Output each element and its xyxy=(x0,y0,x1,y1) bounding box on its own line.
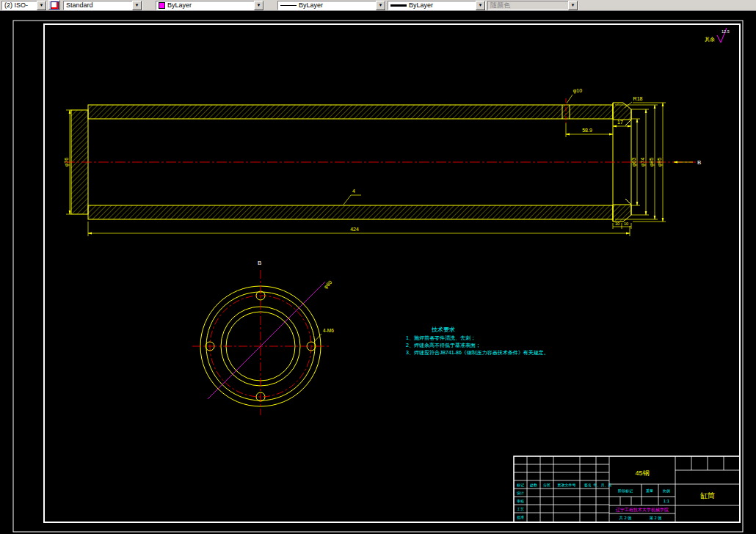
lineweight-value: ByLayer xyxy=(407,1,476,10)
title-block-texts: 45钢 缸筒 标记 处数 分区 更改文件号 签名 年、月、日 设计 审核 工艺 … xyxy=(516,469,715,521)
bolt-circle-dimension-line xyxy=(208,282,325,399)
plot-style-combo: 随颜色 ▼ xyxy=(487,1,578,10)
dim-74: φ74 xyxy=(640,158,646,167)
linetype-combo[interactable]: ByLayer ▼ xyxy=(277,1,386,10)
tech-req-title: 技术要求 xyxy=(431,326,455,333)
surface-note-label: 其余 xyxy=(705,37,715,43)
scale-label: 比例 xyxy=(663,489,670,494)
surface-roughness-note: 其余 12.5 xyxy=(705,28,730,43)
weight-label: 重量 xyxy=(646,489,653,493)
linetype-icon xyxy=(280,5,297,6)
plot-style-value: 随颜色 xyxy=(488,1,568,10)
dim-bore: φ63 xyxy=(631,158,637,167)
tech-req-line: 3、焊缝应符合JB741-86《钢制压力容器技术条件》有关规定。 xyxy=(406,349,549,356)
chevron-down-icon[interactable]: ▼ xyxy=(376,1,385,10)
rev-col-header: 标记 xyxy=(516,483,524,488)
dim-bolt-circle: φ80 xyxy=(323,279,333,290)
rev-col-header: 签名 xyxy=(584,483,592,488)
dim-hole: φ10 xyxy=(573,88,582,94)
view-label: B xyxy=(258,260,261,266)
cad-window: (2) ISO- ▼ Standard ▼ ByLayer ▼ ByLayer … xyxy=(0,0,756,534)
dim-bolt-holes: 4-M6 xyxy=(323,328,334,333)
style-preview-icon xyxy=(51,1,59,10)
drawing-canvas[interactable]: 其余 12.5 xyxy=(0,0,756,534)
roughness-value: 12.5 xyxy=(722,29,730,34)
rev-col-header: 处数 xyxy=(530,483,537,488)
lineweight-icon xyxy=(390,4,407,7)
text-style-value: Standard xyxy=(64,1,132,10)
company-name: 辽宁工程技术大学机械学院 xyxy=(616,507,669,513)
section-label: B xyxy=(697,159,701,166)
dim-flange-offset: 58.9 xyxy=(582,128,592,133)
linetype-value: ByLayer xyxy=(297,1,376,10)
tech-req-line: 2、焊缝余高不得低于基准表面； xyxy=(406,343,481,348)
tech-req-line: 1、施焊前各零件清洗、去刺； xyxy=(406,335,476,341)
dim-95: φ95 xyxy=(657,158,663,167)
color-combo[interactable]: ByLayer ▼ xyxy=(156,1,264,10)
chevron-down-icon[interactable]: ▼ xyxy=(37,1,46,10)
top-toolbar: (2) ISO- ▼ Standard ▼ ByLayer ▼ ByLayer … xyxy=(0,0,756,11)
scale-value: 1:1 xyxy=(664,499,670,503)
dim-flange-width: 17 xyxy=(617,120,623,125)
text-style-combo[interactable]: Standard ▼ xyxy=(63,1,142,10)
rev-col-header: 分区 xyxy=(543,483,550,487)
sign-row-label: 批准 xyxy=(517,515,524,520)
rev-col-header: 年、月、日 xyxy=(594,483,612,488)
dim-left-dia: φ76 xyxy=(64,158,70,167)
lineweight-combo[interactable]: ByLayer ▼ xyxy=(388,1,486,10)
material-label: 45钢 xyxy=(635,469,649,477)
chevron-down-icon[interactable]: ▼ xyxy=(132,1,142,10)
sign-row-label: 审核 xyxy=(517,499,524,503)
chevron-down-icon: ▼ xyxy=(568,1,578,10)
color-swatch-icon xyxy=(159,2,165,9)
chevron-down-icon[interactable]: ▼ xyxy=(476,1,485,10)
dim-style-button[interactable] xyxy=(48,0,60,10)
dim-85: φ85 xyxy=(649,158,655,167)
stage-label: 阶段标记 xyxy=(618,489,633,494)
sheet-number: 第 2 张 xyxy=(649,516,662,521)
sheets-total: 共 2 张 xyxy=(618,516,632,521)
weld-size: 4 xyxy=(352,189,355,194)
dim-length: 424 xyxy=(350,227,359,232)
color-value: ByLayer xyxy=(165,1,254,10)
technical-requirements: 技术要求 1、施焊前各零件清洗、去刺； 2、焊缝余高不得低于基准表面； 3、焊缝… xyxy=(406,326,549,356)
dim-ten-b: 10 xyxy=(624,222,628,226)
part-name-label: 缸筒 xyxy=(700,491,715,500)
dim-fillet: R18 xyxy=(633,96,643,101)
dim-style-combo[interactable]: (2) ISO- ▼ xyxy=(1,1,47,10)
sign-row-label: 设计 xyxy=(516,491,524,495)
dim-ten-a: 10 xyxy=(615,222,619,226)
dim-style-value: (2) ISO- xyxy=(2,1,37,10)
sign-row-label: 工艺 xyxy=(517,507,524,511)
rev-col-header: 更改文件号 xyxy=(558,483,576,487)
chevron-down-icon[interactable]: ▼ xyxy=(254,1,263,10)
